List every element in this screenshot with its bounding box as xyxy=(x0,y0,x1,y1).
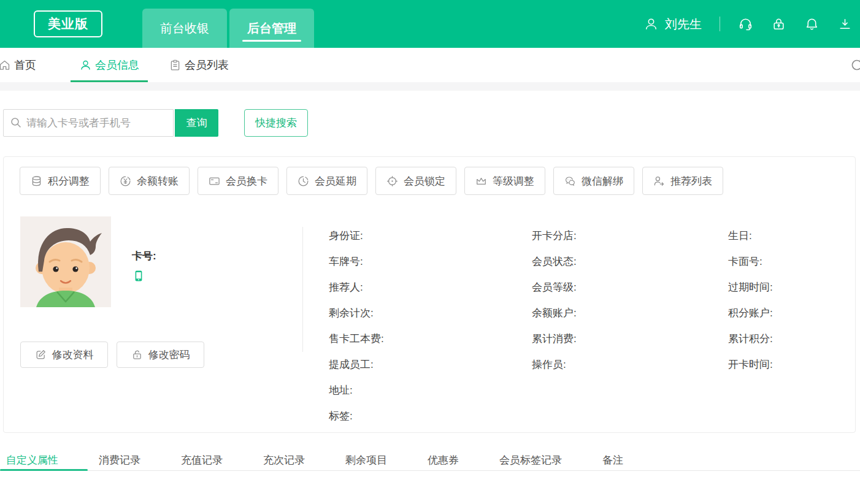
tab-backend-manage[interactable]: 后台管理 xyxy=(229,9,314,48)
query-button[interactable]: 查询 xyxy=(175,109,218,137)
header-right-cluster: 刘先生 xyxy=(643,0,853,48)
edit-profile-button[interactable]: 修改资料 xyxy=(20,342,108,368)
balance-transfer-label: 余额转账 xyxy=(137,174,179,188)
search-input[interactable] xyxy=(3,109,174,137)
member-action-toolbar: 积分调整 余额转账 会员换卡 xyxy=(20,167,723,195)
field-remaining-counts: 剩余计次: xyxy=(329,300,384,326)
crown-icon xyxy=(475,175,487,187)
profile-buttons: 修改资料 修改密码 xyxy=(20,342,204,368)
field-points-account: 积分账户: xyxy=(728,300,773,326)
field-birthday: 生日: xyxy=(728,223,773,248)
clipboard-icon xyxy=(169,59,182,72)
user-name: 刘先生 xyxy=(665,16,702,32)
info-column-3: 生日: 卡面号: 过期时间: 积分账户: 累计积分: 开卡时间: xyxy=(728,223,773,377)
change-card-button[interactable]: 会员换卡 xyxy=(198,167,278,195)
unlock-icon xyxy=(131,349,143,361)
bell-icon[interactable] xyxy=(804,17,820,32)
app-window: 美业版 前台收银 后台管理 刘先生 xyxy=(0,0,860,504)
locate-icon xyxy=(386,175,398,187)
tab-recharge-records[interactable]: 充值记录 xyxy=(175,449,229,470)
nav-member-info-label: 会员信息 xyxy=(95,58,139,72)
member-person-icon xyxy=(79,59,92,72)
field-commission-staff: 提成员工: xyxy=(329,351,384,377)
clock-icon xyxy=(298,175,309,187)
edit-password-label: 修改密码 xyxy=(148,348,190,362)
quick-search-button[interactable]: 快捷搜索 xyxy=(244,109,308,137)
points-adjust-label: 积分调整 xyxy=(48,174,90,188)
field-member-status: 会员状态: xyxy=(532,248,577,274)
record-tabs: 自定义属性 消费记录 充值记录 充次记录 剩余项目 优惠券 会员标签记录 备注 xyxy=(0,449,860,471)
lock-member-label: 会员锁定 xyxy=(404,174,445,188)
field-opening-time: 开卡时间: xyxy=(728,351,773,377)
field-card-face-number: 卡面号: xyxy=(728,248,773,274)
nav-item-member-list[interactable]: 会员列表 xyxy=(169,48,229,82)
card-icon xyxy=(209,175,220,187)
edit-profile-label: 修改资料 xyxy=(52,348,94,362)
wechat-unbind-button[interactable]: 微信解绑 xyxy=(553,167,634,195)
lock-member-button[interactable]: 会员锁定 xyxy=(375,167,456,195)
nav-home-label: 首页 xyxy=(14,58,36,72)
tab-member-tag-records[interactable]: 会员标签记录 xyxy=(493,449,568,470)
nav-item-home[interactable]: 首页 xyxy=(0,48,36,82)
field-card-fee: 售卡工本费: xyxy=(329,326,384,351)
field-total-points: 累计积分: xyxy=(728,326,773,351)
top-header-bar: 美业版 前台收银 后台管理 刘先生 xyxy=(0,0,860,48)
field-id-card: 身份证: xyxy=(329,223,384,248)
level-adjust-label: 等级调整 xyxy=(493,174,534,188)
breadcrumb-nav: 首页 会员信息 会员列表 xyxy=(0,48,860,82)
member-search-bar: 查询 快捷搜索 xyxy=(3,109,308,137)
tab-count-recharge-records[interactable]: 充次记录 xyxy=(257,449,311,470)
info-column-2: 开卡分店: 会员状态: 会员等级: 余额账户: 累计消费: 操作员: xyxy=(532,223,577,377)
refresh-icon[interactable] xyxy=(850,58,860,72)
tab-consumption-records[interactable]: 消费记录 xyxy=(93,449,147,470)
wechat-icon xyxy=(564,175,576,187)
level-adjust-button[interactable]: 等级调整 xyxy=(464,167,545,195)
yen-circle-icon xyxy=(120,175,131,187)
tab-front-cashier-label: 前台收银 xyxy=(160,20,209,37)
extend-membership-label: 会员延期 xyxy=(315,174,356,188)
edit-icon xyxy=(35,349,47,361)
section-divider-band xyxy=(0,82,860,91)
info-column-1: 身份证: 车牌号: 推荐人: 剩余计次: 售卡工本费: 提成员工: 地址: 标签… xyxy=(329,223,384,429)
user-chip[interactable]: 刘先生 xyxy=(643,16,702,32)
phone-icon xyxy=(132,270,145,282)
wechat-unbind-label: 微信解绑 xyxy=(582,174,623,188)
home-icon xyxy=(0,59,11,72)
field-opening-branch: 开卡分店: xyxy=(532,223,577,248)
tab-custom-attributes[interactable]: 自定义属性 xyxy=(0,449,64,470)
edit-password-button[interactable]: 修改密码 xyxy=(117,342,204,368)
header-divider xyxy=(720,17,720,31)
field-expire-time: 过期时间: xyxy=(728,274,773,300)
field-balance-account: 余额账户: xyxy=(532,300,577,326)
lock-icon[interactable] xyxy=(771,17,786,32)
tab-remarks[interactable]: 备注 xyxy=(596,449,629,470)
field-plate-number: 车牌号: xyxy=(329,248,384,274)
referral-list-button[interactable]: 推荐列表 xyxy=(642,167,723,195)
tab-backend-manage-label: 后台管理 xyxy=(247,20,296,37)
coins-icon xyxy=(31,175,42,187)
field-tags: 标签: xyxy=(329,403,384,429)
download-icon[interactable] xyxy=(837,17,853,32)
field-operator: 操作员: xyxy=(532,351,577,377)
tab-coupons[interactable]: 优惠券 xyxy=(421,449,465,470)
field-total-consumption: 累计消费: xyxy=(532,326,577,351)
person-arrow-icon xyxy=(653,175,665,187)
nav-item-member-info[interactable]: 会员信息 xyxy=(71,48,148,82)
referral-list-label: 推荐列表 xyxy=(670,174,712,188)
field-referrer: 推荐人: xyxy=(329,274,384,300)
balance-transfer-button[interactable]: 余额转账 xyxy=(109,167,190,195)
headset-icon[interactable] xyxy=(738,17,753,32)
mode-tabs: 前台收银 后台管理 xyxy=(142,9,314,48)
extend-membership-button[interactable]: 会员延期 xyxy=(286,167,367,195)
points-adjust-button[interactable]: 积分调整 xyxy=(20,167,101,195)
tab-remaining-items[interactable]: 剩余项目 xyxy=(339,449,393,470)
brand-badge: 美业版 xyxy=(34,10,102,37)
info-vertical-divider xyxy=(302,227,303,352)
card-number-label: 卡号: xyxy=(132,249,156,263)
nav-member-list-label: 会员列表 xyxy=(185,58,229,72)
tab-front-cashier[interactable]: 前台收银 xyxy=(142,9,227,48)
member-detail-panel: 积分调整 余额转账 会员换卡 xyxy=(3,156,856,433)
user-icon xyxy=(643,17,659,32)
change-card-label: 会员换卡 xyxy=(226,174,267,188)
member-avatar xyxy=(20,216,111,307)
